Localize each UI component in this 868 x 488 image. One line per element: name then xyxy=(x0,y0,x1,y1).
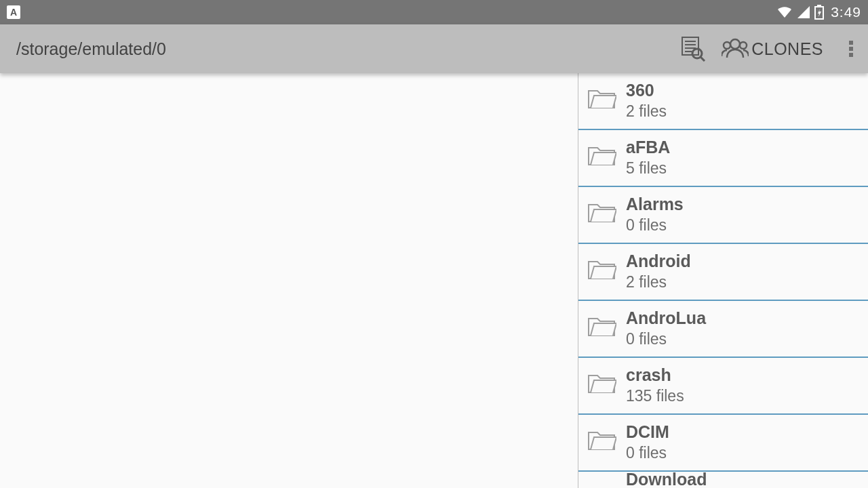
folder-text: DCIM 0 files xyxy=(626,422,669,464)
folder-text: Android 2 files xyxy=(626,251,691,293)
folder-icon xyxy=(587,143,616,173)
clock: 3:49 xyxy=(831,4,861,20)
app-icon: A xyxy=(7,5,20,19)
more-vert-icon xyxy=(849,39,853,58)
folder-name: DCIM xyxy=(626,422,669,442)
folder-row[interactable]: DCIM 0 files xyxy=(578,415,868,472)
overflow-menu-button[interactable] xyxy=(849,39,853,58)
folder-name: Alarms xyxy=(626,194,684,214)
folder-name: aFBA xyxy=(626,137,670,157)
svg-point-11 xyxy=(740,42,747,49)
folder-icon xyxy=(587,371,616,401)
folder-text: aFBA 5 files xyxy=(626,137,670,179)
svg-point-7 xyxy=(692,49,702,58)
content-area: 360 2 files aFBA 5 files Alarms 0 files … xyxy=(0,73,868,488)
folder-list[interactable]: 360 2 files aFBA 5 files Alarms 0 files … xyxy=(578,73,868,488)
folder-text: AndroLua 0 files xyxy=(626,308,706,350)
folder-icon xyxy=(587,314,616,344)
folder-icon xyxy=(587,428,616,458)
current-path: /storage/emulated/0 xyxy=(16,39,681,59)
folder-text: crash 135 files xyxy=(626,365,684,407)
status-left: A xyxy=(7,5,20,19)
folder-text: Alarms 0 files xyxy=(626,194,684,236)
svg-rect-2 xyxy=(682,37,698,55)
svg-point-10 xyxy=(724,42,730,49)
folder-row[interactable]: Alarms 0 files xyxy=(578,187,868,244)
folder-row[interactable]: AndroLua 0 files xyxy=(578,301,868,358)
folder-file-count: 0 files xyxy=(626,443,669,464)
svg-rect-1 xyxy=(817,5,821,7)
status-right: 3:49 xyxy=(776,4,861,20)
group-icon xyxy=(722,37,749,60)
battery-charging-icon xyxy=(814,5,824,20)
svg-point-9 xyxy=(730,39,740,49)
svg-line-8 xyxy=(701,57,705,61)
toolbar: /storage/emulated/0 CLONES xyxy=(0,24,868,73)
folder-name: AndroLua xyxy=(626,308,706,328)
folder-name: Download xyxy=(626,469,707,488)
folder-row[interactable]: 360 2 files xyxy=(578,73,868,130)
folder-file-count: 135 files xyxy=(626,386,684,407)
folder-file-count: 5 files xyxy=(626,159,670,179)
folder-row-partial[interactable]: Download xyxy=(578,472,868,488)
folder-text: 360 2 files xyxy=(626,80,667,122)
folder-file-count: 2 files xyxy=(626,102,667,122)
folder-row[interactable]: aFBA 5 files xyxy=(578,130,868,187)
left-pane xyxy=(0,73,578,488)
wifi-icon xyxy=(776,5,793,19)
status-bar: A 3:49 xyxy=(0,0,868,24)
folder-name: crash xyxy=(626,365,684,385)
folder-icon xyxy=(587,257,616,287)
signal-icon xyxy=(797,5,810,19)
clones-label: CLONES xyxy=(751,39,823,59)
folder-icon xyxy=(587,86,616,116)
folder-file-count: 0 files xyxy=(626,216,684,236)
folder-name: Android xyxy=(626,251,691,271)
list-search-icon xyxy=(681,36,707,62)
folder-icon xyxy=(587,200,616,230)
folder-row[interactable]: Android 2 files xyxy=(578,244,868,301)
folder-file-count: 0 files xyxy=(626,329,706,350)
folder-row[interactable]: crash 135 files xyxy=(578,358,868,415)
folder-file-count: 2 files xyxy=(626,272,691,293)
search-button[interactable] xyxy=(681,36,707,62)
folder-name: 360 xyxy=(626,80,667,100)
clones-button[interactable]: CLONES xyxy=(722,37,823,60)
